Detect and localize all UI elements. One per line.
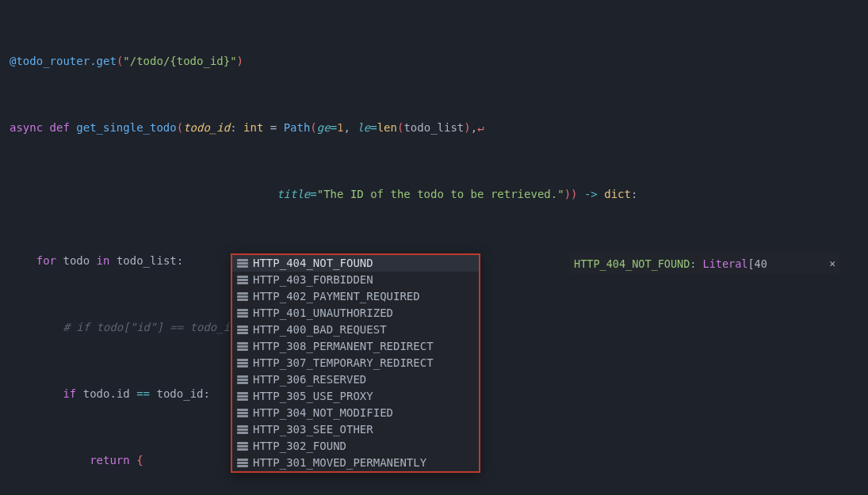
constant-icon	[237, 392, 248, 401]
code-line: @todo_router.get("/todo/{todo_id}")	[10, 53, 868, 70]
autocomplete-label: HTTP_400_BAD_REQUEST	[253, 322, 387, 338]
doc-symbol: HTTP_404_NOT_FOUND	[574, 256, 690, 272]
svg-rect-27	[237, 409, 248, 411]
svg-rect-16	[237, 345, 248, 348]
code-line: async def get_single_todo(todo_id: int =…	[10, 120, 868, 136]
line-continuation-icon: ↵	[477, 121, 484, 134]
autocomplete-item[interactable]: HTTP_305_USE_PROXY	[232, 388, 479, 405]
svg-rect-30	[237, 425, 248, 428]
autocomplete-label: HTTP_308_PERMANENT_REDIRECT	[253, 338, 434, 355]
code-line: title="The ID of the todo to be retrieve…	[10, 186, 868, 203]
constant-icon	[237, 409, 248, 417]
code-editor[interactable]: @todo_router.get("/todo/{todo_id}") asyn…	[0, 0, 868, 495]
parameter-info-popup: HTTP_404_NOT_FOUND: Literal[40 ✕	[569, 253, 839, 274]
autocomplete-label: HTTP_304_NOT_MODIFIED	[253, 405, 393, 421]
autocomplete-item[interactable]: HTTP_403_FORBIDDEN	[232, 272, 479, 288]
svg-rect-15	[237, 342, 248, 345]
autocomplete-item[interactable]: HTTP_308_PERMANENT_REDIRECT	[232, 338, 479, 355]
svg-rect-26	[237, 398, 248, 401]
autocomplete-item[interactable]: HTTP_401_UNAUTHORIZED	[232, 305, 479, 322]
svg-rect-6	[237, 292, 248, 295]
autocomplete-label: HTTP_401_UNAUTHORIZED	[253, 305, 393, 322]
svg-rect-35	[237, 448, 248, 451]
svg-rect-32	[237, 432, 248, 434]
svg-rect-7	[237, 295, 248, 298]
autocomplete-label: HTTP_307_TEMPORARY_REDIRECT	[253, 355, 434, 371]
svg-rect-4	[237, 279, 248, 281]
autocomplete-item[interactable]: HTTP_307_TEMPORARY_REDIRECT	[232, 355, 479, 371]
svg-rect-29	[237, 415, 248, 417]
autocomplete-label: HTTP_303_SEE_OTHER	[253, 421, 373, 438]
svg-rect-21	[237, 375, 248, 378]
svg-rect-14	[237, 332, 248, 334]
autocomplete-label: HTTP_403_FORBIDDEN	[253, 272, 373, 288]
svg-rect-37	[237, 462, 248, 464]
svg-rect-38	[237, 465, 248, 467]
svg-rect-36	[237, 459, 248, 461]
svg-rect-31	[237, 428, 248, 431]
svg-rect-20	[237, 365, 248, 367]
svg-rect-28	[237, 412, 248, 414]
constant-icon	[237, 442, 248, 451]
autocomplete-item[interactable]: HTTP_301_MOVED_PERMANENTLY	[232, 455, 479, 471]
svg-rect-23	[237, 382, 248, 384]
svg-rect-13	[237, 329, 248, 331]
svg-rect-0	[237, 259, 248, 261]
svg-rect-24	[237, 392, 248, 394]
svg-rect-22	[237, 379, 248, 381]
svg-rect-9	[237, 309, 248, 311]
constant-icon	[237, 276, 248, 284]
autocomplete-item[interactable]: HTTP_400_BAD_REQUEST	[232, 322, 479, 338]
autocomplete-item[interactable]: HTTP_304_NOT_MODIFIED	[232, 405, 479, 421]
autocomplete-item[interactable]: HTTP_404_NOT_FOUND	[232, 255, 479, 272]
autocomplete-item[interactable]: HTTP_302_FOUND	[232, 438, 479, 455]
constant-icon	[237, 459, 248, 467]
svg-rect-2	[237, 265, 248, 268]
svg-rect-1	[237, 262, 248, 265]
autocomplete-label: HTTP_402_PAYMENT_REQUIRED	[253, 288, 420, 305]
constant-icon	[237, 292, 248, 301]
autocomplete-label: HTTP_305_USE_PROXY	[253, 388, 373, 405]
constant-icon	[237, 375, 248, 384]
svg-rect-19	[237, 362, 248, 364]
svg-rect-12	[237, 326, 248, 328]
svg-rect-11	[237, 315, 248, 318]
autocomplete-label: HTTP_306_RESERVED	[253, 371, 366, 388]
autocomplete-label: HTTP_302_FOUND	[253, 438, 346, 455]
autocomplete-item[interactable]: HTTP_306_RESERVED	[232, 371, 479, 388]
constant-icon	[237, 259, 248, 268]
close-icon[interactable]: ✕	[829, 255, 835, 272]
svg-rect-25	[237, 395, 248, 398]
svg-rect-8	[237, 299, 248, 301]
constant-icon	[237, 342, 248, 351]
autocomplete-item[interactable]: HTTP_303_SEE_OTHER	[232, 421, 479, 438]
autocomplete-label: HTTP_301_MOVED_PERMANENTLY	[253, 455, 426, 471]
constant-icon	[237, 326, 248, 334]
constant-icon	[237, 359, 248, 367]
autocomplete-popup[interactable]: HTTP_404_NOT_FOUNDHTTP_403_FORBIDDENHTTP…	[231, 253, 480, 473]
svg-rect-3	[237, 276, 248, 278]
svg-rect-18	[237, 359, 248, 361]
svg-rect-34	[237, 445, 248, 447]
svg-rect-17	[237, 348, 248, 351]
autocomplete-item[interactable]: HTTP_402_PAYMENT_REQUIRED	[232, 288, 479, 305]
autocomplete-label: HTTP_404_NOT_FOUND	[253, 255, 373, 272]
constant-icon	[237, 425, 248, 434]
svg-rect-33	[237, 442, 248, 444]
svg-rect-10	[237, 312, 248, 314]
decorator: @todo_router	[10, 55, 90, 67]
svg-rect-5	[237, 282, 248, 284]
constant-icon	[237, 309, 248, 318]
